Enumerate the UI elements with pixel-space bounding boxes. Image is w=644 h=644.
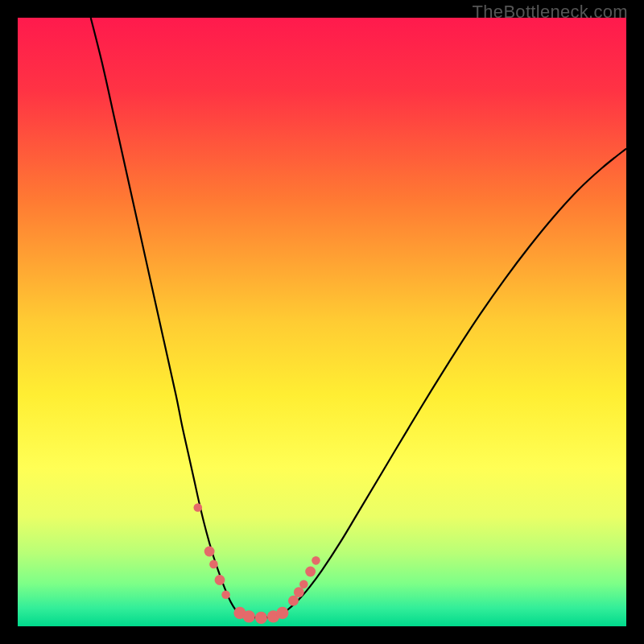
data-marker bbox=[221, 590, 230, 599]
data-marker bbox=[255, 612, 267, 624]
gradient-background bbox=[18, 18, 626, 626]
plot-area bbox=[18, 18, 626, 626]
data-marker bbox=[193, 503, 202, 512]
data-marker bbox=[204, 547, 215, 557]
chart-svg bbox=[18, 18, 626, 626]
data-marker bbox=[288, 596, 299, 606]
data-marker bbox=[299, 580, 308, 589]
data-marker bbox=[243, 610, 255, 622]
data-marker bbox=[312, 556, 320, 565]
attribution-text: TheBottleneck.com bbox=[473, 2, 628, 23]
data-marker bbox=[209, 560, 218, 569]
data-marker bbox=[294, 587, 304, 597]
chart-frame: TheBottleneck.com bbox=[0, 0, 644, 644]
data-marker bbox=[215, 575, 225, 585]
data-marker bbox=[305, 567, 316, 577]
data-marker bbox=[276, 607, 288, 619]
